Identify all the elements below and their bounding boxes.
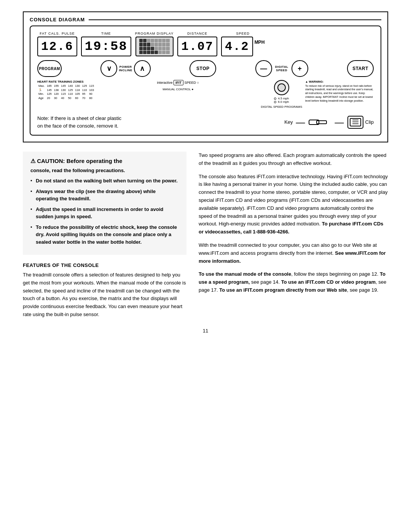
warning-title: ▲ WARNING: xyxy=(305,80,374,84)
matrix-cell xyxy=(166,47,169,50)
svg-rect-1 xyxy=(317,121,327,124)
ifit-speed-section: interactive iFIT SPEED ○ MANUAL CONTROL … xyxy=(98,80,258,91)
caution-bold: CAUTION: xyxy=(37,158,65,164)
matrix-cell xyxy=(147,51,150,54)
right-para-4-rest1: , follow the steps beginning on page 12. xyxy=(291,271,378,277)
matrix-cell xyxy=(139,51,143,54)
speed-dial xyxy=(274,80,289,95)
caution-subtitle: console, read the following precautions. xyxy=(30,168,179,173)
manual-control-label: MANUAL CONTROL ● xyxy=(162,88,193,91)
warning-text: To reduce risk of serious injury, stand … xyxy=(305,84,374,103)
matrix-cell xyxy=(151,51,154,54)
ifit-logo: iFIT xyxy=(174,80,183,85)
start-button[interactable]: START xyxy=(347,60,374,77)
hr-min-row: Min. 125120115 1101059590 xyxy=(37,92,95,96)
two-column-section: ⚠ CAUTION: Before operating the console,… xyxy=(23,152,388,319)
matrix-cell xyxy=(166,43,169,46)
buttons-row: PROGRAM ∨ POWER INCLINE ∧ STOP xyxy=(37,60,374,77)
caution-item-1-text: Do not stand on the walking belt when tu… xyxy=(36,178,178,184)
speed-indicator-1: 4.5 mph xyxy=(274,97,289,100)
matrix-cell xyxy=(147,39,150,42)
incline-label: POWER INCLINE xyxy=(119,65,132,72)
caution-box: ⚠ CAUTION: Before operating the console,… xyxy=(23,152,186,255)
matrix-cell xyxy=(166,39,169,42)
matrix-cell xyxy=(158,43,162,46)
matrix-cell xyxy=(162,43,166,46)
incline-down-button[interactable]: ∨ xyxy=(100,60,117,77)
right-column: Two speed programs are also offered. Eac… xyxy=(199,152,388,319)
caution-icon: ⚠ xyxy=(30,158,35,164)
caution-title-rest: Before operating the xyxy=(67,158,123,164)
caution-item-1: Do not stand on the walking belt when tu… xyxy=(30,177,179,185)
hr-max-row: Max. 165155145 140130125115 xyxy=(37,84,95,88)
hr-zones-table: Max. 165155145 140130125115 🏃 145138130 … xyxy=(37,84,95,100)
features-text: The treadmill console offers a selection… xyxy=(23,271,186,319)
matrix-cell xyxy=(155,51,158,54)
matrix-cell xyxy=(151,39,154,42)
matrix-cell xyxy=(155,43,158,46)
speed-segment: SPEED 4.2 MPH xyxy=(221,32,264,56)
hr-age-row: Age 203040 50607080 xyxy=(37,96,95,101)
speed-minus-button[interactable]: — xyxy=(255,60,272,77)
matrix-cell xyxy=(151,47,154,50)
speed-indicator-2: 6.0 mph xyxy=(274,100,289,104)
matrix-cell xyxy=(147,43,150,46)
caution-item-4-text: To reduce the possibility of electric sh… xyxy=(36,224,177,245)
incline-up-button[interactable]: ∧ xyxy=(134,60,151,77)
time-display: 19:58 xyxy=(81,37,131,56)
features-title: FEATURES OF THE CONSOLE xyxy=(23,262,186,268)
stop-button-label: STOP xyxy=(196,66,209,71)
speed-label-group: DIGITAL SPEED xyxy=(275,65,288,72)
matrix-cell xyxy=(143,51,147,54)
speed-plus-button[interactable]: + xyxy=(292,60,308,77)
right-para-4-bold4: To use an iFIT.com program directly from… xyxy=(219,287,347,293)
heart-rate-zones: HEART RATE TRAINING ZONES Max. 165155145… xyxy=(37,80,95,100)
matrix-cell xyxy=(162,51,166,54)
page-number: 11 xyxy=(23,328,388,334)
caution-item-2: Always wear the clip (see the drawing ab… xyxy=(30,188,179,203)
matrix-cell xyxy=(162,39,166,42)
hr-run-row: 🏃 145138130 125118110103 xyxy=(37,88,95,93)
speed-display: 4.2 xyxy=(221,37,253,56)
time-segment: TIME 19:58 xyxy=(81,32,131,56)
display-row: FAT CALS. PULSE 12.6 TIME 19:58 xyxy=(37,32,374,56)
clip-area: — Clip xyxy=(333,115,374,129)
console-box: FAT CALS. PULSE 12.6 TIME 19:58 xyxy=(30,26,381,136)
stop-button[interactable]: STOP xyxy=(190,60,216,77)
svg-rect-3 xyxy=(350,118,361,126)
matrix-cell xyxy=(139,47,143,50)
speed-dot-2 xyxy=(274,101,276,103)
caution-title: ⚠ CAUTION: Before operating the xyxy=(30,158,179,165)
speed-group: — DIGITAL SPEED + xyxy=(255,60,308,77)
program-button[interactable]: PROGRAM xyxy=(37,60,62,77)
fat-cals-pulse-segment: FAT CALS. PULSE 12.6 xyxy=(37,32,77,56)
key-clip-area: Key — — Clip xyxy=(284,115,374,129)
caution-item-3-text: Adjust the speed in small increments in … xyxy=(36,206,163,220)
right-para-4-bold3: To use an iFIT.com CD or video program xyxy=(281,279,376,285)
right-para-4-rest2: see page 14. xyxy=(250,279,280,285)
caution-item-4: To reduce the possibility of electric sh… xyxy=(30,224,179,246)
right-para-2: The console also features iFIT.com inter… xyxy=(199,173,388,236)
program-matrix-display xyxy=(135,37,174,56)
program-display-segment: PROGRAM DISPLAY xyxy=(135,32,174,56)
ifit-label: interactive iFIT SPEED ○ xyxy=(157,80,199,85)
speed-indicators: 4.5 mph 6.0 mph xyxy=(274,97,289,104)
matrix-grid xyxy=(139,39,170,54)
note-text: Note: If there is a sheet of clear plast… xyxy=(37,115,121,129)
right-para-2-text: The console also features iFIT.com inter… xyxy=(199,174,388,227)
matrix-cell xyxy=(143,39,147,42)
right-para-3: With the treadmill connected to your com… xyxy=(199,241,388,265)
right-para-4: To use the manual mode of the console, f… xyxy=(199,270,388,294)
matrix-cell xyxy=(155,47,158,50)
clip-label: Clip xyxy=(365,119,374,125)
matrix-cell xyxy=(147,47,150,50)
matrix-cell xyxy=(143,43,147,46)
clip-svg xyxy=(347,115,364,129)
speed-dot-1 xyxy=(274,97,276,100)
speed-unit: MPH xyxy=(255,40,265,45)
time-label: TIME xyxy=(101,32,111,35)
note-row: Note: If there is a sheet of clear plast… xyxy=(37,113,374,131)
program-button-label: PROGRAM xyxy=(39,67,60,71)
matrix-cell xyxy=(155,39,158,42)
key-label: Key xyxy=(284,119,293,125)
